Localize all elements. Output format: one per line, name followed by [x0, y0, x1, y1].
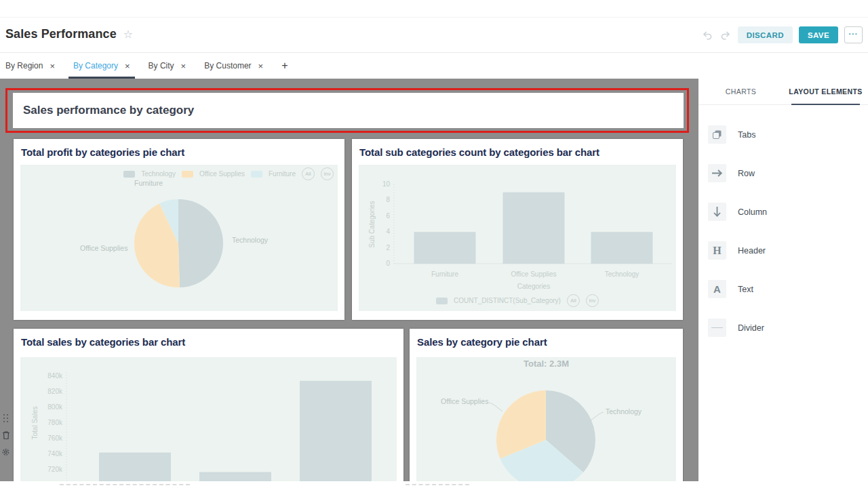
legend-swatch	[251, 171, 262, 178]
svg-text:840k: 840k	[47, 372, 63, 380]
tab-layout-elements[interactable]: LAYOUT ELEMENTS	[783, 79, 868, 104]
elements-sidebar: CHARTS LAYOUT ELEMENTS TabsRowColumnHHea…	[698, 79, 868, 488]
drag-handle-icon[interactable]	[1, 413, 10, 423]
svg-text:2: 2	[386, 244, 390, 251]
widget-title: Sales by category pie chart	[410, 329, 683, 348]
save-button[interactable]: SAVE	[799, 26, 838, 43]
svg-text:Furniture: Furniture	[431, 270, 458, 278]
tab-close-icon[interactable]: ×	[258, 62, 264, 70]
drop-indicator	[60, 484, 190, 485]
pie-slice-label: Office Supplies	[80, 244, 127, 252]
legend-all-button[interactable]: All	[302, 167, 315, 180]
svg-text:10: 10	[382, 180, 391, 188]
svg-text:760k: 760k	[47, 434, 63, 442]
legend-all-button[interactable]: All	[567, 294, 580, 307]
chart-legend: COUNT_DISTINCT(Sub_Category)AllInv	[359, 294, 676, 307]
tab-by-category[interactable]: By Category×	[73, 53, 130, 79]
legend-label[interactable]: Technology	[141, 170, 176, 178]
tab-label: By Region	[5, 61, 43, 70]
tab-label: By Category	[73, 61, 118, 70]
chart-legend: TechnologyOffice SuppliesFurnitureAllInv	[123, 167, 334, 180]
svg-text:780k: 780k	[47, 419, 63, 426]
legend-label[interactable]: COUNT_DISTINCT(Sub_Category)	[454, 297, 561, 304]
dashboard-tabs: By Region×By Category×By City×By Custome…	[0, 53, 868, 79]
widget-sales-bar[interactable]: Total sales by categories bar chart 720k…	[14, 329, 403, 481]
widget-sales-pie[interactable]: Sales by category pie chart Total: 2.3M …	[410, 329, 683, 481]
svg-text:4: 4	[386, 228, 390, 235]
chart-profit-pie: FurnitureOffice SuppliesTechnologyTechno…	[20, 165, 338, 311]
more-options-button[interactable]: ···	[844, 26, 863, 43]
tab-close-icon[interactable]: ×	[181, 62, 186, 70]
svg-text:8: 8	[386, 196, 390, 203]
sidebar-item-header[interactable]: HHeader	[708, 241, 766, 260]
widget-subcat-bar[interactable]: Total sub categories count by categories…	[352, 139, 683, 320]
chart-sales-pie: Total: 2.3M Office SuppliesTechnology	[416, 357, 676, 481]
undo-icon[interactable]	[701, 30, 713, 41]
text-icon: A	[708, 280, 726, 298]
svg-text:Technology: Technology	[605, 270, 639, 278]
tab-by-city[interactable]: By City×	[149, 53, 186, 79]
svg-text:6: 6	[386, 212, 390, 220]
sidebar-item-tabs[interactable]: Tabs	[708, 125, 755, 144]
tab-by-customer[interactable]: By Customer×	[204, 53, 263, 79]
svg-text:Categories: Categories	[517, 283, 550, 290]
svg-text:Total Sales: Total Sales	[31, 407, 39, 440]
pie-slice-label: Office Supplies	[441, 397, 488, 405]
tab-label: By Customer	[204, 61, 251, 70]
svg-text:740k: 740k	[47, 450, 63, 458]
tab-close-icon[interactable]: ×	[125, 62, 130, 70]
sidebar-item-row[interactable]: Row	[708, 164, 755, 182]
sidebar-item-label: Row	[738, 169, 755, 178]
chart-subcat-bar: 0246810FurnitureOffice SuppliesTechnolog…	[359, 165, 676, 311]
pie-slice-label: Technology	[606, 407, 642, 415]
element-toolbar	[1, 413, 11, 457]
pie-slice-label: Technology	[232, 236, 268, 244]
widget-profit-pie[interactable]: Total profit by categories pie chart Fur…	[14, 139, 344, 320]
legend-swatch	[123, 171, 135, 178]
sidebar-item-label: Header	[738, 246, 766, 256]
sidebar-item-divider[interactable]: Divider	[708, 319, 764, 337]
svg-text:720k: 720k	[47, 466, 63, 473]
selected-header-element[interactable]: Sales performance by category	[5, 88, 689, 133]
add-tab-button[interactable]: +	[281, 53, 288, 79]
legend-inv-button[interactable]: Inv	[586, 294, 599, 307]
legend-swatch	[182, 171, 193, 178]
gear-icon[interactable]	[1, 447, 10, 457]
sidebar-item-column[interactable]: Column	[708, 203, 767, 221]
redo-icon[interactable]	[719, 30, 732, 41]
widget-title: Total sales by categories bar chart	[14, 329, 403, 348]
legend-label[interactable]: Furniture	[269, 170, 296, 178]
sidebar-tabs: CHARTS LAYOUT ELEMENTS	[698, 79, 868, 105]
dashboard-canvas[interactable]: Sales performance by category Total prof…	[0, 79, 698, 481]
divider-icon	[708, 319, 726, 337]
row-arrow-icon	[708, 164, 726, 182]
header-element-text[interactable]: Sales performance by category	[13, 93, 684, 128]
svg-text:0: 0	[386, 260, 390, 267]
legend-label[interactable]: Office Supplies	[199, 170, 245, 178]
widget-title: Total profit by categories pie chart	[14, 139, 344, 158]
trash-icon[interactable]	[1, 430, 10, 440]
top-bar: Sales Performance ☆ DISCARD SAVE ···	[0, 0, 868, 53]
sidebar-item-label: Divider	[738, 323, 764, 333]
drop-indicator	[406, 484, 469, 485]
sidebar-item-text[interactable]: AText	[708, 280, 753, 298]
tab-charts[interactable]: CHARTS	[698, 79, 783, 104]
svg-text:820k: 820k	[47, 388, 63, 395]
legend-inv-button[interactable]: Inv	[321, 167, 334, 180]
tabs-icon	[708, 125, 726, 144]
column-arrow-icon	[708, 203, 726, 221]
svg-text:Sub Categories: Sub Categories	[368, 201, 376, 248]
svg-text:800k: 800k	[47, 403, 63, 411]
legend-swatch	[436, 298, 448, 304]
discard-button[interactable]: DISCARD	[738, 26, 793, 43]
tab-by-region[interactable]: By Region×	[5, 53, 55, 79]
chart-sales-bar: 720k740k760k780k800k820k840kTotal Sales	[20, 357, 397, 481]
svg-text:Office Supplies: Office Supplies	[511, 270, 556, 278]
page-title: Sales Performance	[5, 27, 117, 41]
sidebar-item-label: Column	[738, 207, 767, 217]
header-icon: H	[708, 241, 726, 260]
favorite-star-icon[interactable]: ☆	[123, 29, 133, 40]
sidebar-item-label: Text	[738, 285, 753, 294]
tab-close-icon[interactable]: ×	[50, 62, 55, 70]
widget-title: Total sub categories count by categories…	[352, 139, 683, 158]
